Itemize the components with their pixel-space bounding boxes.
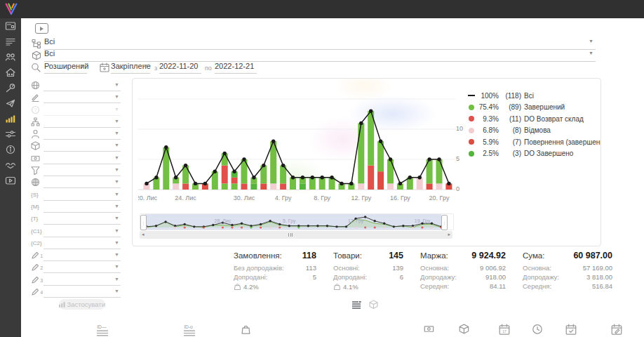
utm-source-icon: {S} bbox=[31, 190, 41, 200]
minimap-chart bbox=[140, 214, 453, 230]
sidebar-item-partners[interactable] bbox=[0, 157, 21, 173]
panel-icon bbox=[5, 21, 16, 31]
custom-field-2-select[interactable]: ▼ bbox=[43, 262, 121, 273]
svg-text:20. Лис: 20. Лис bbox=[138, 194, 158, 201]
structure-select[interactable]: ▼ bbox=[43, 117, 121, 128]
stat-value: 118 bbox=[302, 251, 316, 260]
legend-entry-3[interactable]: 6.8% (8) Відмова bbox=[468, 125, 601, 137]
web-source-select[interactable]: ▼ bbox=[43, 177, 121, 188]
utm-medium-select[interactable]: ▼ bbox=[43, 201, 121, 213]
chart-legend: 100% (118) Всі 75.4% (89) Завершений 9.3… bbox=[468, 90, 601, 159]
sidebar-item-orders[interactable] bbox=[0, 34, 21, 49]
update-date-column[interactable] bbox=[611, 324, 622, 337]
sidebar-item-info[interactable] bbox=[0, 142, 21, 157]
chevron-down-icon: ▼ bbox=[114, 264, 119, 269]
sidebar-item-campaigns[interactable] bbox=[0, 95, 21, 111]
orders-chart[interactable]: 20. Лис24. Лис30. Лис4. Гру8. Гру12. Гру… bbox=[138, 83, 455, 205]
svg-text:ID—: ID— bbox=[97, 324, 107, 329]
statistics-view-toggle[interactable] bbox=[351, 300, 362, 311]
country-select[interactable]: ▼ bbox=[43, 80, 121, 91]
filter-row-custom-field-2: 2▼ bbox=[28, 262, 126, 274]
status-group-select[interactable]: ▼ bbox=[43, 92, 121, 103]
legend-entry-5[interactable]: 2.5% (3) DO Завершено bbox=[468, 148, 601, 160]
search-mode-select[interactable]: Розширений ▼ bbox=[44, 62, 87, 74]
utm-content-select[interactable]: ▼ bbox=[43, 226, 121, 237]
svg-text:?: ? bbox=[34, 107, 37, 112]
unknown-select[interactable]: ▼ bbox=[43, 105, 121, 116]
order-id-column[interactable]: ID— bbox=[97, 324, 108, 337]
chevron-down-icon: ▼ bbox=[114, 228, 119, 233]
legend-entry-4[interactable]: 5.9% (7) Повернення (завершений) bbox=[468, 136, 601, 148]
minimap-date-label: 19. Гру bbox=[415, 218, 430, 223]
legend-count: (118) bbox=[503, 92, 521, 100]
scroll-right-icon[interactable]: ▸ bbox=[448, 232, 450, 237]
external-id-column[interactable]: ID-o bbox=[184, 324, 195, 337]
products-column[interactable] bbox=[241, 324, 252, 337]
pen-icon: 4 bbox=[31, 287, 41, 297]
sidebar-nav bbox=[0, 18, 21, 337]
payment-select[interactable]: ▼ bbox=[43, 153, 121, 164]
scroll-grip[interactable] bbox=[288, 233, 293, 237]
filter-row-utm-source: {S}▼ bbox=[28, 190, 126, 201]
sidebar-item-tutorials[interactable] bbox=[0, 173, 21, 188]
stat-sub-label: Допродажу: bbox=[523, 272, 559, 282]
range-selector[interactable]: ⋮ ⋮ 28. Лис5. Гру12. Гру19. Гру bbox=[140, 213, 454, 230]
sidebar-item-delivery[interactable] bbox=[0, 80, 21, 95]
customers-icon bbox=[5, 52, 16, 62]
svg-text:4. Гру: 4. Гру bbox=[275, 194, 292, 201]
minimap-date-label: 28. Лис bbox=[215, 218, 232, 223]
product-filter[interactable]: Всі ▼ bbox=[44, 49, 596, 62]
custom-field-4-select[interactable]: ▼ bbox=[43, 286, 121, 298]
product-select[interactable]: ▼ bbox=[43, 140, 121, 152]
range-handle-left[interactable]: ⋮ bbox=[140, 215, 147, 230]
apply-filters-button[interactable]: Застосувати bbox=[59, 299, 105, 310]
approve-date-column[interactable] bbox=[565, 324, 577, 337]
status-filter[interactable]: Всі ▼ bbox=[44, 37, 596, 50]
sidebar-item-customers[interactable] bbox=[0, 49, 21, 65]
custom-field-3-select[interactable]: ▼ bbox=[43, 275, 121, 286]
products-view-toggle[interactable] bbox=[369, 300, 380, 311]
delivery-column[interactable] bbox=[459, 324, 470, 337]
custom-field-1-select[interactable]: ▼ bbox=[43, 250, 121, 261]
filter-row-product: ▼ bbox=[28, 140, 126, 152]
stat-sub-label: Допродані: bbox=[234, 272, 267, 282]
sidebar-item-company[interactable] bbox=[0, 65, 21, 80]
period-mode-select[interactable]: Закріплене ▼ bbox=[111, 62, 150, 74]
stat-sub-value: 918.00 bbox=[485, 272, 506, 282]
chart-bars-icon bbox=[59, 302, 65, 308]
utm-campaign-select[interactable]: ▼ bbox=[43, 238, 121, 249]
signature-icon bbox=[31, 93, 41, 103]
search-icon[interactable] bbox=[31, 62, 41, 72]
stat-sub-label: Основна: bbox=[420, 263, 449, 272]
chevron-down-icon: ▼ bbox=[143, 63, 148, 68]
date-from-input[interactable]: 2022-11-20 bbox=[159, 62, 201, 74]
package-icon bbox=[31, 141, 41, 151]
legend-entry-2[interactable]: 9.3% (11) DO Возврат склад bbox=[468, 113, 601, 125]
upsell-bag-icon bbox=[333, 282, 341, 291]
top-bar bbox=[0, 0, 644, 18]
manager-select[interactable]: ▼ bbox=[43, 128, 121, 140]
legend-entry-1[interactable]: 75.4% (89) Завершений bbox=[468, 102, 601, 114]
time-column[interactable] bbox=[532, 324, 543, 337]
video-tutorial-button[interactable] bbox=[35, 23, 48, 34]
date-to-input[interactable]: 2022-12-21 bbox=[215, 62, 257, 74]
utm-term-select[interactable]: ▼ bbox=[43, 213, 121, 225]
date-column[interactable]: 17 bbox=[499, 324, 510, 337]
legend-swatch bbox=[468, 105, 475, 110]
scroll-left-icon[interactable]: ◂ bbox=[142, 232, 145, 237]
payment-column[interactable] bbox=[424, 324, 435, 337]
app-logo[interactable] bbox=[4, 2, 19, 16]
chevron-down-icon: ▼ bbox=[589, 39, 593, 44]
sidebar-item-statistics[interactable] bbox=[0, 111, 21, 126]
utm-source-select[interactable]: ▼ bbox=[43, 190, 121, 201]
funnel-select[interactable]: ▼ bbox=[43, 165, 121, 176]
range-scrollbar[interactable]: ◂ ▸ bbox=[140, 231, 452, 239]
legend-label: DO Возврат склад bbox=[524, 115, 584, 123]
stat-title: Сума: bbox=[523, 251, 544, 260]
sidebar-item-cards[interactable] bbox=[0, 18, 21, 34]
chevron-down-icon: ▼ bbox=[114, 252, 119, 257]
range-handle-right[interactable]: ⋮ bbox=[441, 215, 448, 230]
sidebar-item-automation[interactable] bbox=[0, 126, 21, 142]
bag-icon bbox=[241, 324, 252, 336]
legend-entry-0[interactable]: 100% (118) Всі bbox=[468, 90, 601, 102]
